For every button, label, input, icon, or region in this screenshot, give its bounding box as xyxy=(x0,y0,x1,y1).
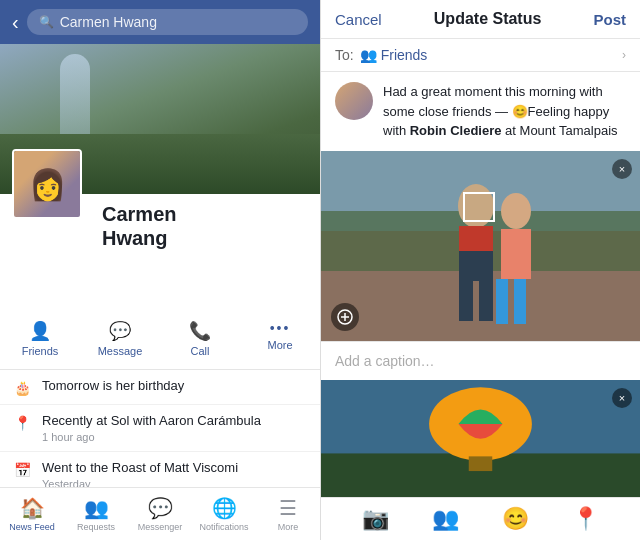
location-text: Recently at Sol with Aaron Carámbula xyxy=(42,413,261,430)
nav-messenger[interactable]: 💬 Messenger xyxy=(128,494,192,534)
nav-news-feed[interactable]: 🏠 News Feed xyxy=(0,494,64,534)
camera-toolbar-icon[interactable]: 📷 xyxy=(362,506,389,532)
caption-area[interactable]: Add a caption… xyxy=(321,341,640,380)
back-button[interactable]: ‹ xyxy=(12,11,19,34)
nav-notifications[interactable]: 🌐 Notifications xyxy=(192,494,256,534)
tag-toolbar-icon[interactable]: 👥 xyxy=(432,506,459,532)
more-nav-label: More xyxy=(278,522,299,532)
friends-button[interactable]: 👤 Friends xyxy=(0,316,80,361)
audience-chevron-icon: › xyxy=(622,48,626,62)
search-query: Carmen Hwang xyxy=(60,14,157,30)
birthday-text: Tomorrow is her birthday xyxy=(42,378,184,395)
message-icon: 💬 xyxy=(109,320,131,342)
search-icon: 🔍 xyxy=(39,15,54,29)
friends-audience-icon: 👥 xyxy=(360,47,377,63)
news-feed-label: News Feed xyxy=(9,522,55,532)
location-icon: 📍 xyxy=(12,415,32,431)
compose-text-after: at Mount Tamalpais xyxy=(501,123,617,138)
svg-rect-5 xyxy=(459,226,493,251)
svg-rect-6 xyxy=(459,281,473,321)
more-label: More xyxy=(267,339,292,351)
second-attachment: × xyxy=(321,380,640,498)
second-attachment-close[interactable]: × xyxy=(612,388,632,408)
notifications-label: Notifications xyxy=(199,522,248,532)
location-toolbar-icon[interactable]: 📍 xyxy=(572,506,599,532)
svg-rect-10 xyxy=(501,229,531,249)
caption-placeholder: Add a caption… xyxy=(335,353,435,369)
svg-point-8 xyxy=(501,193,531,229)
update-status-header: Cancel Update Status Post xyxy=(321,0,640,39)
tagged-person: Robin Clediere xyxy=(410,123,502,138)
profile-section: 👩 Carmen Hwang xyxy=(0,194,320,258)
profile-header: ‹ 🔍 Carmen Hwang xyxy=(0,0,320,44)
bottom-navigation: 🏠 News Feed 👥 Requests 💬 Messenger 🌐 Not… xyxy=(0,487,320,540)
more-button[interactable]: ••• More xyxy=(240,316,320,361)
post-button[interactable]: Post xyxy=(593,11,626,28)
photo-scene xyxy=(321,151,640,341)
location-subtext: 1 hour ago xyxy=(42,431,261,443)
message-button[interactable]: 💬 Message xyxy=(80,316,160,361)
messenger-icon: 💬 xyxy=(148,496,173,520)
profile-name: Carmen Hwang xyxy=(102,194,308,250)
friends-label: Friends xyxy=(22,345,59,357)
avatar-image: 👩 xyxy=(14,151,80,217)
svg-rect-11 xyxy=(496,279,508,324)
call-label: Call xyxy=(191,345,210,357)
svg-rect-7 xyxy=(479,281,493,321)
photo-attachment: × xyxy=(321,151,640,341)
nav-more[interactable]: ☰ More xyxy=(256,494,320,534)
more-nav-icon: ☰ xyxy=(279,496,297,520)
avatar: 👩 xyxy=(12,149,82,219)
search-bar[interactable]: 🔍 Carmen Hwang xyxy=(27,9,308,35)
call-icon: 📞 xyxy=(189,320,211,342)
compose-text[interactable]: Had a great moment this morning with som… xyxy=(383,82,626,141)
compose-area: Had a great moment this morning with som… xyxy=(321,72,640,151)
event-text: Went to the Roast of Matt Viscomi xyxy=(42,460,238,477)
balloon-scene xyxy=(321,380,640,498)
action-buttons: 👤 Friends 💬 Message 📞 Call ••• More xyxy=(0,308,320,370)
info-list: 🎂 Tomorrow is her birthday 📍 Recently at… xyxy=(0,370,320,487)
location-item: 📍 Recently at Sol with Aaron Carámbula 1… xyxy=(0,405,320,452)
event-item: 📅 Went to the Roast of Matt Viscomi Yest… xyxy=(0,452,320,487)
cancel-button[interactable]: Cancel xyxy=(335,11,382,28)
event-icon: 📅 xyxy=(12,462,32,478)
svg-rect-12 xyxy=(514,279,526,324)
audience-selector[interactable]: To: 👥 Friends › xyxy=(321,39,640,72)
requests-label: Requests xyxy=(77,522,115,532)
right-panel: Cancel Update Status Post To: 👥 Friends … xyxy=(320,0,640,540)
message-label: Message xyxy=(98,345,143,357)
notifications-icon: 🌐 xyxy=(212,496,237,520)
photo-background xyxy=(321,151,640,341)
photo-tag-button[interactable] xyxy=(331,303,359,331)
friends-icon: 👤 xyxy=(29,320,51,342)
requests-icon: 👥 xyxy=(84,496,109,520)
to-label: To: xyxy=(335,47,354,63)
birthday-item: 🎂 Tomorrow is her birthday xyxy=(0,370,320,405)
left-panel: ‹ 🔍 Carmen Hwang 👩 Carmen Hwang 👤 Friend… xyxy=(0,0,320,540)
news-feed-icon: 🏠 xyxy=(20,496,45,520)
tag-icon xyxy=(337,309,353,325)
more-icon: ••• xyxy=(270,320,291,336)
photo-close-button[interactable]: × xyxy=(612,159,632,179)
svg-rect-20 xyxy=(469,456,493,471)
call-button[interactable]: 📞 Call xyxy=(160,316,240,361)
audience-value: Friends xyxy=(381,47,622,63)
event-subtext: Yesterday xyxy=(42,478,238,487)
compose-toolbar: 📷 👥 😊 📍 xyxy=(321,497,640,540)
emoji-toolbar-icon[interactable]: 😊 xyxy=(502,506,529,532)
birthday-icon: 🎂 xyxy=(12,380,32,396)
messenger-label: Messenger xyxy=(138,522,183,532)
update-status-title: Update Status xyxy=(434,10,542,28)
composer-avatar xyxy=(335,82,373,120)
nav-requests[interactable]: 👥 Requests xyxy=(64,494,128,534)
